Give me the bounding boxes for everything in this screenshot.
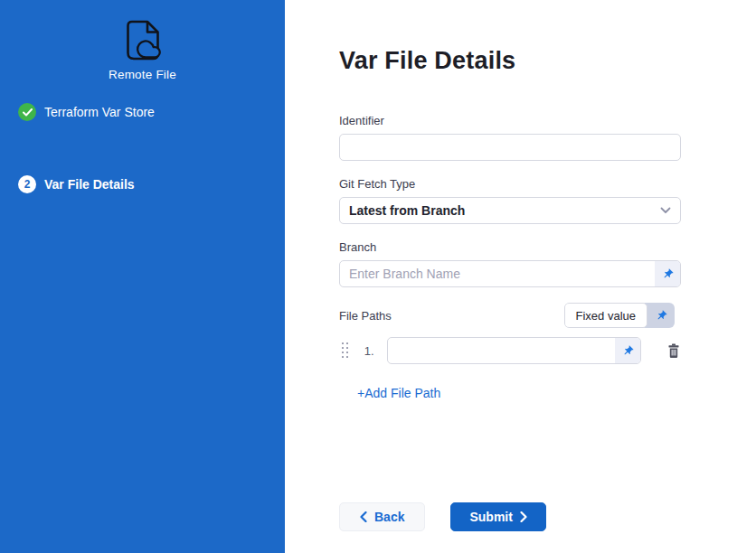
git-fetch-type-label: Git Fetch Type (339, 177, 681, 191)
file-path-runtime-pin-button[interactable] (615, 338, 640, 363)
branch-input-group (339, 260, 681, 287)
branch-label: Branch (339, 240, 681, 254)
chevron-left-icon (360, 511, 367, 522)
file-paths-runtime-pin-button[interactable] (647, 303, 675, 328)
back-button[interactable]: Back (339, 502, 425, 531)
pin-icon (659, 266, 676, 282)
submit-button[interactable]: Submit (450, 502, 545, 531)
identifier-label: Identifier (339, 114, 681, 127)
fixed-value-dropdown-button[interactable]: Fixed value (564, 303, 647, 328)
delete-file-path-button[interactable] (666, 343, 681, 359)
file-paths-value-type-control: Fixed value (564, 303, 675, 328)
branch-input[interactable] (340, 261, 655, 286)
remote-file-cloud-document-icon (121, 18, 165, 65)
pin-icon (653, 307, 669, 323)
chevron-down-icon (660, 207, 671, 214)
back-button-label: Back (374, 510, 404, 524)
drag-handle-icon[interactable] (342, 342, 350, 359)
file-paths-label: File Paths (339, 309, 392, 323)
pin-icon (619, 342, 636, 359)
wizard-steps: Terraform Var Store 2 Var File Details (0, 103, 285, 193)
file-path-row-index: 1. (364, 344, 379, 358)
var-file-details-panel: Var File Details Identifier Git Fetch Ty… (285, 0, 756, 553)
branch-runtime-pin-button[interactable] (655, 261, 680, 286)
step-label: Var File Details (44, 177, 135, 192)
trash-icon (666, 343, 681, 359)
file-path-input[interactable] (388, 338, 615, 363)
wizard-sidebar: Remote File Terraform Var Store 2 Var Fi… (0, 0, 285, 553)
step-number-badge: 2 (18, 175, 36, 193)
var-file-form: Identifier Git Fetch Type Latest from Br… (339, 114, 681, 531)
chevron-right-icon (520, 511, 527, 522)
git-fetch-type-value: Latest from Branch (349, 203, 465, 218)
submit-button-label: Submit (469, 510, 512, 524)
add-file-path-button[interactable]: +Add File Path (357, 386, 440, 400)
wizard-actions: Back Submit (339, 502, 681, 531)
file-path-input-group (387, 337, 641, 364)
store-type-label: Remote File (109, 68, 176, 81)
step-terraform-var-store[interactable]: Terraform Var Store (0, 103, 285, 121)
step-label: Terraform Var Store (44, 105, 155, 119)
file-paths-header: File Paths Fixed value (339, 303, 681, 328)
check-circle-icon (18, 103, 36, 121)
identifier-input[interactable] (339, 134, 681, 161)
page-title: Var File Details (339, 45, 756, 76)
file-path-row: 1. (339, 337, 681, 364)
step-var-file-details[interactable]: 2 Var File Details (0, 175, 285, 193)
git-fetch-type-select[interactable]: Latest from Branch (339, 197, 681, 224)
store-type-block: Remote File (0, 18, 285, 81)
